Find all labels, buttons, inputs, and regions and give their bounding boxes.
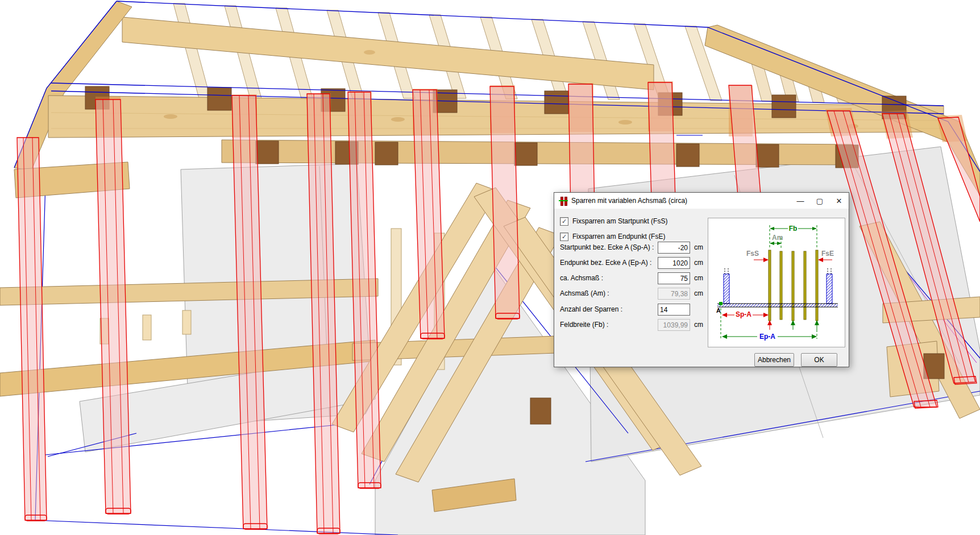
label-startpunkt: Startpunkt bez. Ecke A (Sp-A) : (560, 242, 657, 254)
diagram-dim-am (770, 242, 782, 245)
svg-text:FsS: FsS (746, 250, 759, 258)
label-feldbreite: Feldbreite (Fb) : (560, 319, 657, 331)
checkbox-label: Fixsparren am Endpunkt (FsE) (572, 233, 665, 240)
checkbox-check-icon: ✓ (560, 233, 568, 241)
diagram-plate (717, 302, 838, 307)
checkbox-label: Fixsparren am Startpunkt (FsS) (572, 217, 667, 225)
label-endpunkt: Endpunkt bez. Ecke A (Ep-A) : (560, 257, 657, 269)
input-anzahl-sparren[interactable] (658, 304, 690, 316)
ok-button[interactable]: OK (801, 353, 837, 367)
checkbox-fixsparren-start[interactable]: ✓ Fixsparren am Startpunkt (FsS) (560, 217, 667, 226)
minimize-button[interactable]: — (791, 193, 810, 209)
sparren-dialog: Sparren mit variablen Achsmaß (circa) — … (554, 192, 849, 367)
dialog-titlebar[interactable]: Sparren mit variablen Achsmaß (circa) — … (554, 193, 849, 209)
diagram-rafter-bars (769, 250, 818, 321)
input-startpunkt[interactable] (658, 242, 690, 254)
label-anzahl-sparren: Anzahl der Sparren : (560, 304, 657, 316)
diagram-support-arrows (767, 320, 819, 330)
rafter-dialog-icon (559, 196, 568, 205)
close-button[interactable]: ✕ (829, 193, 849, 209)
label-ca-achsmass: ca. Achsmaß : (560, 272, 657, 284)
fse-arrow (818, 258, 832, 262)
dialog-title: Sparren mit variablen Achsmaß (circa) (571, 197, 791, 205)
svg-text:Ep-A: Ep-A (759, 333, 775, 341)
svg-text:Sp-A: Sp-A (736, 310, 751, 318)
input-ca-achsmass[interactable] (658, 272, 690, 284)
input-endpunkt[interactable] (658, 257, 690, 269)
label-achsmass: Achsmaß (Am) : (560, 288, 657, 300)
abbrechen-button[interactable]: Abbrechen (754, 353, 794, 367)
maximize-button[interactable]: ▢ (810, 193, 829, 209)
svg-text:FsE: FsE (821, 250, 834, 258)
svg-text:A: A (716, 307, 721, 314)
fss-arrow (754, 258, 769, 262)
rafter-schematic-diagram: Fb Am FsS FsE (708, 218, 845, 347)
input-feldbreite (658, 319, 690, 331)
checkbox-check-icon: ✓ (560, 217, 568, 226)
svg-text:Fb: Fb (789, 225, 798, 233)
input-achsmass (658, 288, 690, 300)
svg-text:Am: Am (772, 234, 783, 242)
checkbox-fixsparren-end[interactable]: ✓ Fixsparren am Endpunkt (FsE) (560, 232, 665, 241)
